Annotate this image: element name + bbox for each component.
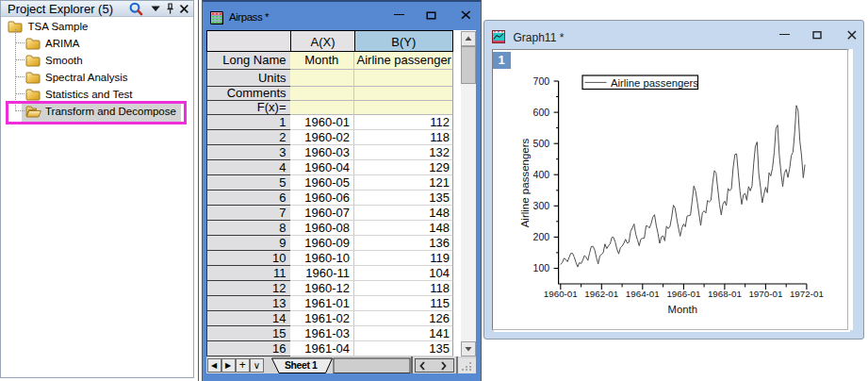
svg-text:100: 100 [533,262,550,273]
svg-text:1962-01: 1962-01 [584,289,618,299]
svg-text:Airline passengers: Airline passengers [519,138,531,227]
svg-text:700: 700 [533,75,550,87]
svg-text:400: 400 [533,169,550,180]
svg-text:1968-01: 1968-01 [708,289,742,299]
svg-text:1960-01: 1960-01 [544,289,578,299]
svg-text:1970-01: 1970-01 [748,289,782,299]
svg-text:600: 600 [533,107,550,118]
svg-text:1972-01: 1972-01 [790,289,824,299]
svg-text:300: 300 [533,200,550,211]
svg-text:Month: Month [668,304,697,315]
svg-text:500: 500 [533,138,550,149]
svg-text:200: 200 [533,231,550,242]
svg-text:Airline passengers: Airline passengers [611,77,698,89]
svg-text:1966-01: 1966-01 [666,289,700,299]
svg-text:1964-01: 1964-01 [626,289,660,299]
